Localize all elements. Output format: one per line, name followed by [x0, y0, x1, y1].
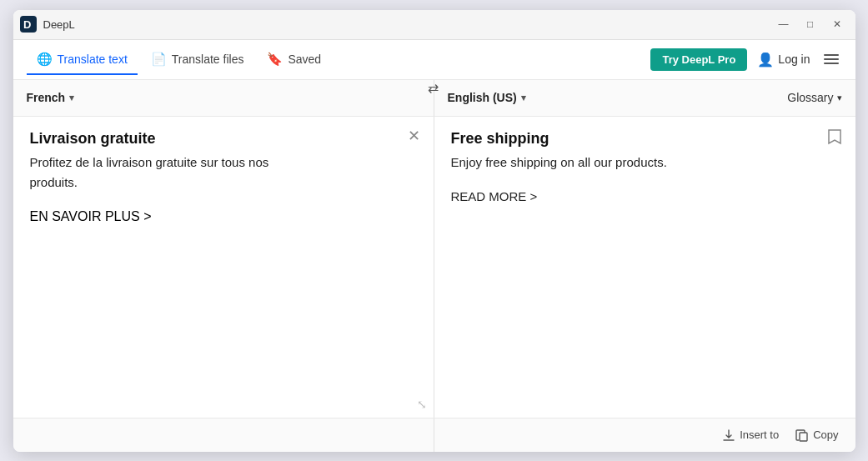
svg-text:D: D: [23, 18, 31, 31]
app-window: D DeepL — □ ✕ 🌐 Translate text 📄 Transla…: [13, 10, 855, 452]
translator-panels: French ▾ ⇄ English (US) ▾ Glossary ▾: [13, 80, 855, 452]
copy-icon: [795, 428, 809, 442]
source-body-line1: Profitez de la livraison gratuite sur to…: [30, 155, 269, 169]
copy-button[interactable]: Copy: [795, 428, 838, 442]
glossary-chevron: ▾: [837, 93, 842, 103]
language-bars-row: French ▾ ⇄ English (US) ▾ Glossary ▾: [13, 80, 855, 117]
copy-label: Copy: [813, 428, 838, 441]
swap-icon: ⇄: [428, 80, 439, 96]
app-logo-icon: D: [20, 16, 37, 33]
titlebar: D DeepL — □ ✕: [13, 10, 855, 40]
globe-icon: 🌐: [37, 52, 53, 67]
target-panel: Free shipping Enjoy free shipping on all…: [434, 117, 855, 418]
menu-button[interactable]: [820, 51, 842, 68]
tab-translate-files[interactable]: 📄 Translate files: [141, 45, 254, 75]
tab-translate-files-label: Translate files: [172, 53, 244, 66]
target-language-bar: English (US) ▾ Glossary ▾: [434, 80, 855, 117]
file-icon: 📄: [151, 52, 167, 67]
maximize-button[interactable]: □: [799, 16, 822, 33]
source-cta: EN SAVOIR PLUS >: [30, 209, 417, 224]
footer-target: Insert to Copy: [434, 418, 855, 452]
source-panel: ✕ Livraison gratuite Profitez de la livr…: [13, 117, 434, 418]
footer-row: Insert to Copy: [13, 418, 855, 452]
tab-saved[interactable]: 🔖 Saved: [257, 45, 331, 75]
account-icon: 👤: [757, 52, 774, 68]
titlebar-controls: — □ ✕: [772, 16, 849, 33]
target-language-label: English (US): [448, 91, 517, 104]
source-body-line2: produits.: [30, 175, 78, 189]
source-title: Livraison gratuite: [30, 130, 417, 148]
nav-right: Try DeepL Pro 👤 Log in: [650, 48, 841, 71]
svg-rect-2: [800, 433, 807, 441]
insert-icon: [722, 428, 735, 442]
nav-tabs: 🌐 Translate text 📄 Translate files 🔖 Sav…: [27, 44, 651, 74]
source-language-selector[interactable]: French ▾: [27, 91, 75, 104]
tab-translate-text-label: Translate text: [58, 53, 128, 66]
resize-icon: ⤡: [417, 398, 427, 411]
minimize-button[interactable]: —: [772, 16, 795, 33]
titlebar-left: D DeepL: [20, 16, 75, 33]
target-title: Free shipping: [451, 130, 839, 148]
target-body: Enjoy free shipping on all our products.: [451, 153, 839, 173]
footer-source: [13, 418, 434, 452]
login-label: Log in: [778, 53, 810, 66]
source-language-chevron: ▾: [69, 93, 74, 103]
insert-to-label: Insert to: [740, 428, 779, 441]
source-body: Profitez de la livraison gratuite sur to…: [30, 153, 417, 193]
insert-to-button[interactable]: Insert to: [722, 428, 779, 442]
clear-source-button[interactable]: ✕: [408, 128, 420, 143]
source-language-bar: French ▾: [13, 80, 434, 117]
swap-languages-button[interactable]: ⇄: [428, 80, 439, 96]
bookmark-translation-button[interactable]: [827, 128, 842, 149]
app-title: DeepL: [43, 18, 75, 31]
navbar: 🌐 Translate text 📄 Translate files 🔖 Sav…: [13, 40, 855, 80]
tab-translate-text[interactable]: 🌐 Translate text: [27, 45, 138, 75]
bookmark-icon: 🔖: [267, 52, 283, 67]
tab-saved-label: Saved: [288, 53, 321, 66]
source-language-label: French: [27, 91, 66, 104]
glossary-button[interactable]: Glossary ▾: [787, 91, 841, 104]
login-button[interactable]: 👤 Log in: [757, 52, 810, 68]
text-panels: ✕ Livraison gratuite Profitez de la livr…: [13, 117, 855, 418]
target-language-chevron: ▾: [521, 93, 526, 103]
target-read-more: READ MORE >: [451, 189, 839, 203]
try-deepl-button[interactable]: Try DeepL Pro: [650, 48, 747, 71]
bookmark-icon: [827, 128, 842, 145]
target-language-selector[interactable]: English (US) ▾: [448, 91, 526, 104]
glossary-label: Glossary: [787, 91, 833, 104]
close-button[interactable]: ✕: [825, 16, 849, 33]
